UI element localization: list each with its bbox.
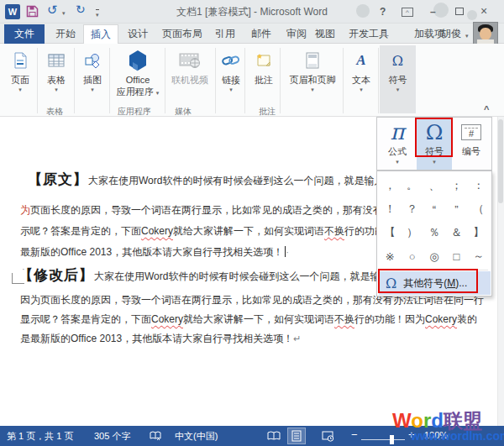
group-label-comments: 批注 (259, 106, 276, 118)
paragraph-original-line2: 为页面长度的原因，导致一个词语在两行显示，比如常见的成语之类的，那有没有办法让词… (20, 202, 433, 218)
group-separator (378, 48, 379, 113)
print-layout-icon[interactable] (291, 430, 302, 443)
symbol-cell[interactable]: ○ (409, 250, 416, 263)
user-avatar[interactable] (473, 22, 498, 45)
word-count[interactable]: 305 个字 (94, 430, 130, 443)
comment-button[interactable]: 批注 (248, 45, 280, 113)
symbol-cell[interactable]: 。 (407, 178, 417, 193)
web-layout-icon[interactable] (322, 431, 334, 443)
user-dropdown-icon[interactable]: ▾ (465, 32, 469, 39)
table-button[interactable]: 表格 ▾ (40, 45, 72, 113)
office-apps-button[interactable]: Office 应用程序 ▾ (113, 45, 163, 113)
group-separator (37, 48, 38, 113)
symbol-cell[interactable]: （ (473, 202, 484, 217)
tab-developer[interactable]: 开发工具 (344, 24, 393, 44)
comment-icon (248, 47, 280, 74)
paragraph-original-line1: 【原文】大家在使用Word软件的时候有时候会碰到这么一个问题，就是输入一个词语的 (28, 172, 434, 188)
original-header: 【原文】 (28, 171, 88, 187)
symbol-cell[interactable]: ； (451, 178, 462, 193)
omega-icon: Ω (386, 275, 396, 291)
tab-view[interactable]: 视图 (312, 24, 339, 44)
zoom-out-button[interactable]: − (351, 428, 358, 441)
symbols-group-flyout: π 公式 ▾ Ω 符号 ▾ # 编号 (376, 117, 492, 171)
collapse-ribbon-icon[interactable]: ^ (484, 104, 489, 114)
symbol-cell[interactable]: 【 (385, 225, 396, 240)
paragraph-modified-line3: 显示呢？答案是肯定的，下面Cokery就给大家讲解一下，如何实现词语不换行的功能… (20, 312, 477, 327)
symbols-button[interactable]: Ω 符号 ▾ (380, 45, 416, 113)
save-icon[interactable] (26, 5, 39, 21)
maximize-button[interactable] (455, 8, 464, 15)
header-footer-button[interactable]: 页眉和页脚 ▾ (283, 45, 342, 113)
avatar-face (480, 28, 491, 40)
spell-check-icon[interactable] (150, 430, 162, 443)
group-separator (74, 48, 75, 113)
recent-symbols-grid: ， 。 、 ； ： ！ ？ “ ” （ 【 ） ％ ＆ 】 ※ ○ ◎ □ ～ (379, 174, 490, 268)
redo-icon[interactable]: ↻ (76, 3, 86, 16)
title-bar: 文档1 [兼容模式] - Microsoft Word W ↺ ▾ ↻ ▾ ? … (0, 0, 504, 24)
line-break-mark: ↵ (293, 333, 301, 344)
number-button[interactable]: # 编号 (454, 118, 489, 170)
symbol-cell[interactable]: “ (433, 203, 436, 216)
online-video-button: 联机视频 (166, 45, 213, 113)
tab-file[interactable]: 文件 (4, 24, 45, 44)
language-indicator[interactable]: 中文(中国) (175, 430, 218, 443)
pi-icon: π (380, 118, 415, 145)
tab-page-layout[interactable]: 页面布局 (158, 24, 207, 44)
text-button[interactable]: A 文本 ▾ (346, 45, 376, 113)
paragraph-original-line3: 示呢？答案是肯定的，下面Cokery就给大家讲解一下，如何实现词语不换行的功能！… (20, 223, 428, 239)
tab-design[interactable]: 设计 (124, 24, 151, 44)
illustrations-button[interactable]: 插图 ▾ (77, 45, 108, 113)
help-button[interactable]: ? (380, 6, 386, 18)
group-separator (280, 48, 281, 113)
tab-mailings[interactable]: 邮件 (248, 24, 275, 44)
symbol-cell[interactable]: 、 (428, 178, 439, 193)
group-label-tables: 表格 (46, 106, 63, 118)
symbol-cell[interactable]: ！ (385, 202, 396, 217)
zoom-slider-thumb[interactable] (390, 435, 394, 444)
equation-button[interactable]: π 公式 ▾ (380, 118, 415, 170)
read-mode-icon[interactable] (267, 431, 281, 443)
pages-button[interactable]: 页面 ▾ (3, 45, 37, 113)
number-icon: # (454, 118, 489, 145)
minimize-button[interactable]: – (430, 6, 436, 18)
undo-icon[interactable]: ↺ (47, 3, 58, 16)
symbol-cell[interactable]: ， (385, 178, 396, 193)
zoom-slider-track[interactable] (361, 439, 405, 440)
symbol-cell[interactable]: ） (407, 225, 417, 240)
tab-home[interactable]: 开始 (52, 24, 79, 44)
omega-icon: Ω (417, 118, 452, 145)
symbol-cell[interactable]: ※ (386, 250, 395, 263)
scrollbar-thumb[interactable] (498, 119, 503, 203)
symbol-cell[interactable]: ～ (473, 249, 484, 264)
ribbon-display-options-button[interactable]: ^ (402, 8, 413, 17)
tab-insert[interactable]: 插入 (83, 24, 118, 45)
paragraph-modified-line4: 是最新版的Office 2013，其他版本请大家自行寻找相关选项！↵ (20, 331, 301, 346)
symbol-cell[interactable]: 】 (473, 225, 484, 240)
watermark-url: www.wordlm.com (411, 429, 504, 443)
customize-qat-icon[interactable]: ▾ (96, 9, 99, 18)
links-button[interactable]: 链接 ▾ (217, 45, 245, 113)
modified-header: 【修改后】 (18, 267, 94, 283)
more-symbols-label: 其他符号(M)... (403, 276, 467, 291)
word-app-icon: W (5, 4, 20, 19)
group-label-apps: 应用程序 (118, 106, 151, 118)
symbol-cell[interactable]: ？ (407, 202, 417, 217)
more-symbols-menu-item[interactable]: Ω 其他符号(M)... (379, 271, 491, 295)
symbol-button[interactable]: Ω 符号 ▾ (417, 118, 452, 170)
group-separator (343, 48, 344, 113)
user-name[interactable]: 胡俊 (437, 24, 465, 44)
hexagon-icon (113, 47, 163, 74)
tab-references[interactable]: 引用 (212, 24, 239, 44)
symbol-cell[interactable]: □ (453, 250, 459, 263)
undo-dropdown-icon[interactable]: ▾ (62, 9, 66, 17)
page-icon (3, 47, 37, 74)
symbol-cell[interactable]: ％ (428, 225, 439, 240)
symbol-cell[interactable]: ◎ (429, 250, 438, 263)
symbol-cell[interactable]: ： (473, 178, 484, 193)
page-indicator[interactable]: 第 1 页，共 1 页 (7, 430, 73, 443)
header-footer-icon (283, 47, 342, 74)
close-button[interactable]: × (480, 4, 487, 18)
symbol-cell[interactable]: ” (454, 203, 458, 216)
tab-review[interactable]: 审阅 (283, 24, 310, 44)
symbol-cell[interactable]: ＆ (451, 225, 462, 240)
